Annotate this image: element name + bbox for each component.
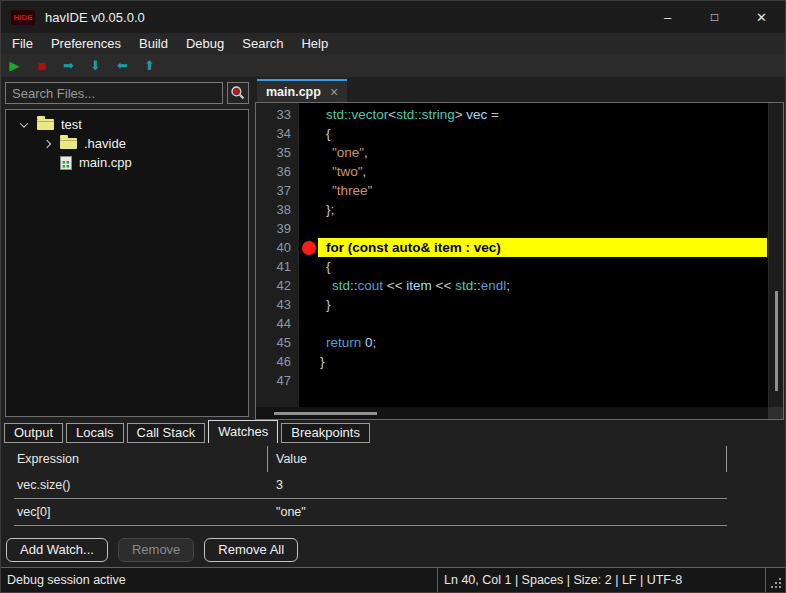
tree-item-maincpp[interactable]: main.cpp [6,153,248,172]
line-number[interactable]: 42 [256,276,291,295]
code-line[interactable] [299,371,767,390]
breakpoint-slot[interactable] [299,219,318,238]
column-header-expression: Expression [14,446,268,472]
tree-item-havide[interactable]: .havide [6,134,248,153]
folder-icon [60,138,77,149]
code-line[interactable] [299,314,767,333]
stop-button[interactable]: ■ [33,58,50,73]
line-number[interactable]: 41 [256,257,291,276]
line-number[interactable]: 37 [256,181,291,200]
step-into-button[interactable]: ⬇ [87,59,104,72]
line-number[interactable]: 38 [256,200,291,219]
code-line[interactable]: "two", [299,162,767,181]
run-button[interactable]: ▶ [6,59,23,72]
breakpoint-slot[interactable] [299,295,318,314]
chevron-right-icon[interactable] [39,141,55,147]
code-line[interactable]: std::vector<std::string> vec = [299,105,767,124]
horizontal-scrollbar-thumb[interactable] [274,412,377,415]
breakpoint-slot[interactable] [299,314,318,333]
close-button[interactable]: ✕ [738,1,785,33]
code-line[interactable]: std::cout << item << std::endl; [299,276,767,295]
main-area: test .havide [1,77,785,420]
watch-row[interactable]: vec.size() 3 [14,472,727,499]
breakpoint-slot[interactable] [299,162,318,181]
gutter[interactable]: 333435363738394041424344454647 [256,103,299,419]
clear-search-button[interactable] [227,82,249,104]
chevron-down-icon[interactable] [16,122,32,128]
code-line[interactable]: }; [299,200,767,219]
code-line[interactable]: { [299,124,767,143]
arrow-left-icon: ⬅ [117,58,128,73]
code-line[interactable]: { [299,257,767,276]
remove-all-button[interactable]: Remove All [204,538,298,562]
line-number[interactable]: 34 [256,124,291,143]
breakpoint-slot[interactable] [299,181,318,200]
step-out-button[interactable]: ⬅ [114,59,131,72]
menu-debug[interactable]: Debug [177,36,233,51]
code-text: { [318,257,767,276]
remove-button[interactable]: Remove [118,538,194,562]
tree-item-test[interactable]: test [6,115,248,134]
breakpoint-icon[interactable] [299,238,318,257]
maximize-button[interactable]: □ [691,1,738,33]
breakpoint-slot[interactable] [299,105,318,124]
vertical-scrollbar-thumb[interactable] [775,291,778,391]
breakpoint-slot[interactable] [299,200,318,219]
code-line[interactable]: "one", [299,143,767,162]
line-number[interactable]: 36 [256,162,291,181]
code-line[interactable]: return 0; [299,333,767,352]
line-number[interactable]: 45 [256,333,291,352]
breakpoint-slot[interactable] [299,352,318,371]
line-number[interactable]: 46 [256,352,291,371]
folder-icon [37,119,54,130]
code-line[interactable] [299,219,767,238]
step-over-button[interactable]: ➡ [60,59,77,72]
add-watch-button[interactable]: Add Watch... [6,538,108,562]
tab-close-icon[interactable]: × [330,84,338,100]
breakpoint-slot[interactable] [299,257,318,276]
menu-search[interactable]: Search [233,36,292,51]
menu-bar: File Preferences Build Debug Search Help [1,33,785,54]
tab-maincpp[interactable]: main.cpp × [257,79,347,102]
code-line[interactable]: "three" [299,181,767,200]
breakpoint-slot[interactable] [299,143,318,162]
horizontal-scrollbar[interactable] [256,407,768,419]
code-line[interactable]: } [299,295,767,314]
menu-preferences[interactable]: Preferences [42,36,130,51]
menu-file[interactable]: File [3,36,42,51]
line-number[interactable]: 43 [256,295,291,314]
resize-grip[interactable] [765,568,785,592]
arrow-down-icon: ⬇ [90,58,101,73]
breakpoint-slot[interactable] [299,124,318,143]
minimize-button[interactable]: – [644,1,691,33]
watch-row[interactable]: vec[0] "one" [14,499,727,526]
tab-call-stack[interactable]: Call Stack [127,423,206,443]
line-number[interactable]: 33 [256,105,291,124]
menu-help[interactable]: Help [292,36,337,51]
tab-output[interactable]: Output [4,423,63,443]
breakpoint-slot[interactable] [299,333,318,352]
tab-locals[interactable]: Locals [66,423,124,443]
code-editor[interactable]: 333435363738394041424344454647 std::vect… [255,102,784,420]
search-files-input[interactable] [5,82,223,104]
line-number[interactable]: 44 [256,314,291,333]
tab-watches[interactable]: Watches [208,420,278,443]
step-up-button[interactable]: ⬆ [141,59,158,72]
scrollbar-corner [768,407,783,419]
line-number[interactable]: 47 [256,371,291,390]
code-text: { [318,124,767,143]
line-number[interactable]: 40 [256,238,291,257]
vertical-scrollbar[interactable] [768,103,783,407]
watches-panel: Expression Value vec.size() 3 vec[0] "on… [1,443,785,533]
code-text [318,314,767,333]
line-number[interactable]: 39 [256,219,291,238]
window-controls: – □ ✕ [644,1,785,33]
breakpoint-slot[interactable] [299,371,318,390]
line-number[interactable]: 35 [256,143,291,162]
code-line[interactable]: } [299,352,767,371]
current-code-line[interactable]: for (const auto& item : vec) [299,238,767,257]
code-text: "three" [318,181,767,200]
tab-breakpoints[interactable]: Breakpoints [281,423,370,443]
breakpoint-slot[interactable] [299,276,318,295]
menu-build[interactable]: Build [130,36,177,51]
